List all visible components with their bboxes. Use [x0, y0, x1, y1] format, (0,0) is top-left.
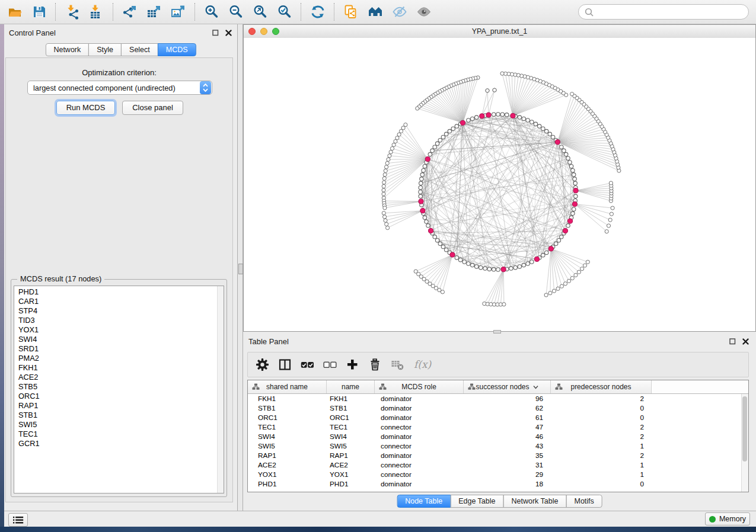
export-image-button[interactable]: [166, 2, 190, 22]
column-header-name[interactable]: name: [327, 380, 375, 393]
close-panel-button[interactable]: Close panel: [122, 101, 183, 115]
table-cell: dominator: [375, 404, 464, 412]
save-session-button[interactable]: [27, 2, 51, 22]
table-cell: dominator: [375, 451, 464, 460]
zoom-in-button[interactable]: [199, 2, 224, 22]
copy-style-button[interactable]: [339, 2, 363, 22]
delete-table-icon[interactable]: [391, 358, 404, 371]
mcds-result-item[interactable]: SRD1: [18, 344, 224, 354]
tab-network[interactable]: Network: [45, 43, 89, 56]
control-panel-title: Control Panel: [9, 28, 56, 37]
zoom-fit-button[interactable]: [248, 2, 272, 22]
table-row[interactable]: ORC1ORC1dominator610: [248, 413, 748, 422]
mcds-result-item[interactable]: GCR1: [18, 439, 224, 448]
vertical-splitter-handle[interactable]: [238, 264, 243, 274]
mcds-result-item[interactable]: STP4: [18, 306, 224, 316]
zoom-selected-button[interactable]: [272, 2, 296, 22]
float-panel-icon[interactable]: [729, 338, 736, 345]
zoom-out-button[interactable]: [224, 2, 248, 22]
column-type-icon: [379, 383, 387, 392]
table-cell: 47: [464, 423, 551, 431]
column-header-shared-name[interactable]: shared name: [248, 380, 327, 393]
mcds-result-item[interactable]: RAP1: [18, 401, 224, 411]
tab-edge-table[interactable]: Edge Table: [450, 495, 503, 508]
table-cell: FKH1: [248, 395, 327, 403]
table-toolbar: f(x): [247, 352, 749, 377]
export-table-icon: [146, 4, 162, 20]
column-header-predecessor-nodes[interactable]: predecessor nodes: [551, 380, 652, 393]
table-row[interactable]: STB1STB1dominator620: [248, 403, 748, 413]
table-scrollbar[interactable]: [741, 394, 748, 492]
first-neighbors-button[interactable]: [363, 2, 387, 22]
show-all-button[interactable]: [412, 2, 436, 22]
tab-node-table[interactable]: Node Table: [397, 495, 451, 508]
optimization-criterion-select[interactable]: largest connected component (undirected): [27, 81, 212, 95]
column-header-MCDS-role[interactable]: MCDS role: [375, 380, 464, 393]
network-canvas[interactable]: [244, 38, 755, 331]
tab-mcds[interactable]: MCDS: [158, 43, 196, 56]
open-file-button[interactable]: [2, 2, 27, 22]
select-all-icon[interactable]: [301, 361, 314, 369]
mcds-result-item[interactable]: STB1: [18, 411, 224, 420]
tab-select[interactable]: Select: [121, 43, 158, 56]
search-field[interactable]: [578, 4, 749, 20]
mcds-result-item[interactable]: CAR1: [18, 297, 224, 306]
delete-column-icon[interactable]: [368, 358, 382, 371]
tab-style[interactable]: Style: [88, 43, 122, 56]
add-column-icon[interactable]: [346, 358, 359, 371]
memory-button[interactable]: Memory: [705, 512, 750, 525]
table-row[interactable]: ACE2ACE2connector311: [248, 460, 748, 470]
vertical-splitter[interactable]: [237, 24, 243, 511]
mcds-result-item[interactable]: ORC1: [18, 392, 224, 401]
export-network-button[interactable]: [117, 2, 142, 22]
network-window-titlebar[interactable]: YPA_prune.txt_1: [244, 25, 755, 39]
table-row[interactable]: YOX1YOX1connector291: [248, 470, 748, 479]
deselect-all-icon[interactable]: [323, 361, 337, 369]
table-row[interactable]: SWI5SWI5connector431: [248, 441, 748, 451]
tab-motifs[interactable]: Motifs: [566, 495, 602, 508]
run-mcds-button[interactable]: Run MCDS: [56, 101, 115, 115]
table-row[interactable]: SWI4SWI4dominator462: [248, 432, 748, 441]
export-table-button[interactable]: [142, 2, 166, 22]
table-cell: 2: [551, 451, 652, 460]
close-panel-icon[interactable]: [225, 30, 232, 36]
desktop-wallpaper-bottom: [0, 527, 756, 532]
table-row[interactable]: RAP1RAP1dominator352: [248, 451, 748, 460]
close-panel-icon[interactable]: [742, 338, 749, 345]
mcds-result-item[interactable]: PHD1: [18, 287, 224, 297]
mcds-result-item[interactable]: TID3: [18, 316, 224, 325]
zoom-fit-icon: [253, 4, 268, 20]
column-type-icon: [468, 383, 476, 392]
hide-selected-button[interactable]: [387, 2, 412, 22]
column-label: MCDS role: [401, 383, 436, 391]
search-input[interactable]: [597, 7, 742, 17]
table-row[interactable]: FKH1FKH1dominator962: [248, 394, 748, 403]
float-panel-icon[interactable]: [212, 30, 219, 36]
task-monitor-button[interactable]: [8, 513, 28, 527]
table-scrollbar-thumb[interactable]: [742, 396, 747, 462]
refresh-view-button[interactable]: [305, 2, 330, 22]
table-row[interactable]: PHD1PHD1dominator180: [248, 479, 748, 489]
mcds-result-item[interactable]: YOX1: [18, 325, 224, 335]
table-row[interactable]: TEC1TEC1connector472: [248, 422, 748, 432]
import-network-button[interactable]: [60, 2, 84, 22]
column-header-successor-nodes[interactable]: successor nodes: [464, 380, 551, 393]
table-cell: PHD1: [248, 480, 327, 488]
tab-network-table[interactable]: Network Table: [503, 495, 567, 508]
table-cell: SWI5: [327, 442, 375, 450]
table-cell: STB1: [327, 404, 375, 412]
mcds-result-scrollbar[interactable]: [217, 286, 224, 493]
mcds-result-item[interactable]: ACE2: [18, 373, 224, 382]
columns-icon[interactable]: [278, 358, 292, 371]
import-table-button[interactable]: [84, 2, 109, 22]
mcds-result-item[interactable]: SWI4: [18, 335, 224, 344]
settings-gear-icon[interactable]: [256, 358, 269, 371]
mcds-result-item[interactable]: PMA2: [18, 354, 224, 363]
function-builder-icon[interactable]: f(x): [413, 358, 435, 371]
network-window-title: YPA_prune.txt_1: [244, 27, 755, 36]
mcds-result-item[interactable]: SWI5: [18, 420, 224, 430]
mcds-result-item[interactable]: FKH1: [18, 363, 224, 373]
mcds-result-item[interactable]: STB5: [18, 382, 224, 392]
mcds-result-item[interactable]: TEC1: [18, 430, 224, 439]
table-cell: 31: [464, 461, 551, 469]
